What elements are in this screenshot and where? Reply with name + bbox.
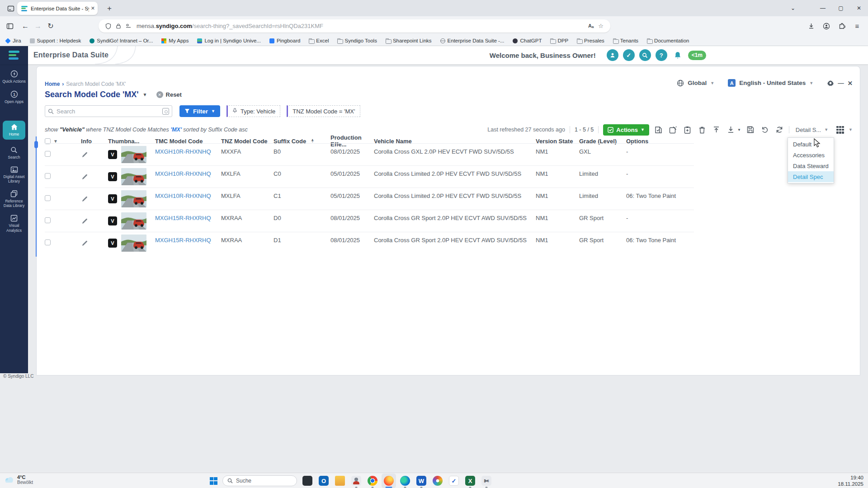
- window-close-button[interactable]: ✕: [850, 5, 868, 11]
- window-maximize-button[interactable]: ▢: [832, 5, 850, 11]
- actions-button[interactable]: Actions ▼: [603, 124, 649, 136]
- sort-asc-icon[interactable]: ▲▼: [311, 139, 314, 143]
- delete-icon[interactable]: [697, 125, 707, 135]
- people-icon[interactable]: [351, 476, 361, 486]
- taskbar-search[interactable]: Suche: [222, 475, 297, 486]
- eds-bookmark[interactable]: Enterprise Data Suite -...: [440, 38, 505, 43]
- chrome-icon[interactable]: [368, 476, 377, 486]
- session-timer-badge[interactable]: <1m: [688, 51, 706, 60]
- row-checkbox[interactable]: [45, 195, 51, 201]
- rail-item-home[interactable]: Home: [3, 121, 25, 140]
- rail-item-visual-analytics[interactable]: Visual Analytics: [0, 211, 28, 236]
- tmc-model-code-link[interactable]: MXGH10R-RHXNHQ: [155, 144, 221, 155]
- sidebar-toggle-icon[interactable]: [4, 20, 16, 33]
- saved-searches-icon[interactable]: [162, 108, 169, 115]
- menu-item-detail-spec[interactable]: Detail Spec: [788, 171, 834, 182]
- excel-icon[interactable]: X: [465, 476, 475, 486]
- tab-close-icon[interactable]: ✕: [91, 5, 95, 11]
- edge-icon[interactable]: [400, 476, 410, 486]
- rail-item-quick-actions[interactable]: Quick Actions: [0, 67, 28, 87]
- tmc-model-code-link[interactable]: MXGH10R-RHXNHQ: [155, 166, 221, 177]
- select-menu-caret-icon[interactable]: ▼: [53, 139, 58, 144]
- language-caret-icon[interactable]: ▼: [809, 81, 813, 85]
- bulk-edit-icon[interactable]: [668, 125, 678, 135]
- presales-folder[interactable]: Presales: [577, 38, 604, 43]
- breadcrumb-home-link[interactable]: Home: [45, 81, 60, 87]
- undo-icon[interactable]: [760, 125, 770, 135]
- vehicle-thumbnail[interactable]: [121, 168, 146, 185]
- profile-icon[interactable]: [607, 49, 618, 61]
- edit-row-icon[interactable]: [81, 174, 88, 180]
- forward-icon[interactable]: →: [32, 20, 44, 33]
- account-icon[interactable]: [820, 20, 833, 33]
- vehicle-thumbnail[interactable]: [121, 190, 146, 207]
- validate-icon[interactable]: [654, 125, 664, 135]
- clipboard-edit-icon[interactable]: [683, 125, 693, 135]
- menu-item-data-steward[interactable]: Data Steward: [788, 160, 834, 171]
- new-tab-button[interactable]: +: [104, 3, 115, 14]
- pingboard-bookmark[interactable]: Pingboard: [269, 38, 300, 43]
- grid-view-icon[interactable]: [836, 126, 844, 134]
- documentation-folder[interactable]: Documentation: [647, 38, 689, 43]
- snip-icon[interactable]: ✄: [481, 476, 491, 486]
- edit-row-icon[interactable]: [81, 196, 88, 202]
- photos-icon[interactable]: [433, 476, 443, 486]
- table-row[interactable]: V: [45, 188, 694, 210]
- syndigo-logo[interactable]: [0, 46, 28, 64]
- word-icon[interactable]: W: [416, 476, 426, 486]
- sharepoint-links-folder[interactable]: Sharepoint Links: [386, 38, 432, 43]
- downloads-icon[interactable]: [805, 20, 817, 33]
- window-minimize-button[interactable]: —: [814, 5, 832, 11]
- excel-folder[interactable]: Excel: [309, 38, 329, 43]
- back-icon[interactable]: ←: [19, 20, 32, 33]
- start-button[interactable]: [210, 477, 217, 485]
- menu-item-accessories[interactable]: Accessories: [788, 150, 834, 160]
- file-explorer-icon[interactable]: [335, 476, 345, 486]
- tasks-icon[interactable]: ✓: [623, 49, 635, 61]
- download-icon[interactable]: [726, 125, 736, 135]
- menu-item-default[interactable]: Default: [788, 139, 834, 150]
- row-checkbox[interactable]: [45, 151, 51, 157]
- row-checkbox[interactable]: [45, 239, 51, 245]
- my-apps-bookmark[interactable]: My Apps: [161, 38, 189, 43]
- todo-icon[interactable]: ✓: [449, 476, 459, 486]
- download-caret-icon[interactable]: ▼: [737, 128, 741, 132]
- settings-gear-icon[interactable]: [827, 80, 834, 87]
- phone-link-icon[interactable]: [302, 476, 312, 486]
- search-input[interactable]: Search: [45, 105, 172, 117]
- syndigo-university-bookmark[interactable]: Log in | Syndigo Unive...: [197, 38, 260, 43]
- grid-view-caret-icon[interactable]: ▼: [849, 127, 853, 132]
- translate-icon[interactable]: Aa: [588, 23, 594, 29]
- intranet-bookmark[interactable]: SyndiGo! Intranet – Or...: [90, 38, 153, 43]
- reload-icon[interactable]: ↻: [44, 20, 57, 33]
- saved-search-caret-icon[interactable]: ▼: [143, 92, 147, 97]
- upload-icon[interactable]: [712, 125, 722, 135]
- tmc-model-code-link[interactable]: MXGH15R-RHXRHQ: [155, 232, 221, 244]
- edit-row-icon[interactable]: [81, 240, 88, 247]
- url-bar[interactable]: mensa.syndigo.com/search-thing?_savedSea…: [99, 19, 610, 33]
- reset-icon[interactable]: ✕: [156, 91, 163, 98]
- refresh-icon[interactable]: [774, 125, 784, 135]
- bookmark-star-icon[interactable]: ☆: [598, 23, 604, 29]
- edit-row-icon[interactable]: [81, 218, 88, 225]
- region-selector[interactable]: Global: [688, 80, 707, 86]
- reset-button[interactable]: Reset: [166, 91, 182, 98]
- panel-close-icon[interactable]: ✕: [848, 80, 853, 87]
- dpp-folder[interactable]: DPP: [550, 38, 568, 43]
- view-selector[interactable]: Detail S... ▼: [796, 127, 828, 133]
- filter-button[interactable]: Filter ▼: [179, 105, 220, 117]
- row-checkbox[interactable]: [45, 217, 51, 223]
- permissions-icon[interactable]: [126, 23, 132, 29]
- firefox-view-icon[interactable]: [5, 3, 16, 14]
- vehicle-thumbnail[interactable]: [121, 212, 146, 230]
- extensions-icon[interactable]: [835, 20, 848, 33]
- list-tabs-icon[interactable]: ⌄: [784, 5, 802, 11]
- global-search-icon[interactable]: [639, 49, 651, 61]
- language-selector[interactable]: English - United States: [739, 80, 806, 86]
- taskbar-clock[interactable]: 19:40 18.11.2025: [838, 475, 863, 488]
- vehicle-thumbnail[interactable]: [121, 146, 146, 163]
- filter-chip-tnz-code[interactable]: TNZ Model Code = 'MX': [287, 105, 360, 117]
- table-row[interactable]: V: [45, 165, 694, 188]
- rail-item-search[interactable]: Search: [0, 143, 28, 163]
- tmc-model-code-link[interactable]: MXGH15R-RHXRHQ: [155, 210, 221, 221]
